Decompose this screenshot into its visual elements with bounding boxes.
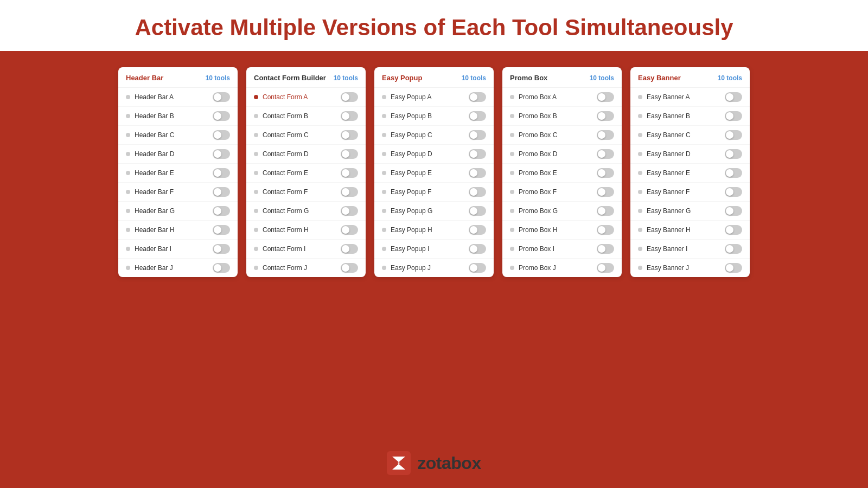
item-status-dot xyxy=(254,133,258,137)
item-label: Easy Banner G xyxy=(647,207,691,215)
toggle-switch[interactable] xyxy=(597,244,614,254)
toggle-switch[interactable] xyxy=(725,130,742,140)
item-status-dot xyxy=(126,209,130,213)
toggle-switch[interactable] xyxy=(341,206,358,216)
toggle-switch[interactable] xyxy=(597,130,614,140)
toggle-switch[interactable] xyxy=(597,168,614,178)
list-item: Easy Banner J xyxy=(630,259,750,277)
toggle-switch[interactable] xyxy=(213,225,230,235)
item-status-dot xyxy=(126,133,130,137)
toggle-switch[interactable] xyxy=(213,111,230,121)
toggle-switch[interactable] xyxy=(725,187,742,197)
toggle-switch[interactable] xyxy=(725,168,742,178)
item-label: Easy Banner A xyxy=(647,93,690,101)
toggle-switch[interactable] xyxy=(213,168,230,178)
toggle-switch[interactable] xyxy=(469,263,486,273)
toggle-switch[interactable] xyxy=(213,263,230,273)
toggle-switch[interactable] xyxy=(597,263,614,273)
toggle-switch[interactable] xyxy=(725,206,742,216)
list-item: Contact Form I xyxy=(246,240,366,259)
item-status-dot xyxy=(638,228,642,232)
toggle-switch[interactable] xyxy=(725,149,742,159)
list-item: Header Bar G xyxy=(118,202,238,221)
list-item: Promo Box H xyxy=(502,221,622,240)
toggle-switch[interactable] xyxy=(341,149,358,159)
item-label: Header Bar I xyxy=(135,245,171,253)
toggle-switch[interactable] xyxy=(725,263,742,273)
list-item: Easy Popup C xyxy=(374,126,494,145)
item-label: Contact Form D xyxy=(263,150,309,158)
toggle-switch[interactable] xyxy=(213,244,230,254)
toggle-switch[interactable] xyxy=(725,244,742,254)
item-label: Contact Form E xyxy=(263,169,308,177)
toggle-switch[interactable] xyxy=(725,92,742,102)
item-status-dot xyxy=(382,190,386,194)
item-status-dot xyxy=(126,95,130,99)
item-status-dot xyxy=(254,209,258,213)
item-label: Easy Banner C xyxy=(647,131,691,139)
toggle-switch[interactable] xyxy=(213,92,230,102)
item-label: Easy Banner F xyxy=(647,188,690,196)
toggle-switch[interactable] xyxy=(469,168,486,178)
list-item: Contact Form G xyxy=(246,202,366,221)
zotabox-logo-icon xyxy=(387,451,411,475)
list-item: Easy Popup A xyxy=(374,88,494,107)
toggle-switch[interactable] xyxy=(469,130,486,140)
item-status-dot xyxy=(510,266,514,270)
list-item: Promo Box C xyxy=(502,126,622,145)
toggle-switch[interactable] xyxy=(597,111,614,121)
toggle-switch[interactable] xyxy=(341,130,358,140)
item-label: Easy Popup H xyxy=(391,226,432,234)
item-status-dot xyxy=(254,95,258,99)
card-header-easy-popup: Easy Popup10 tools xyxy=(374,67,494,88)
toggle-switch[interactable] xyxy=(213,130,230,140)
item-label: Contact Form J xyxy=(263,264,307,272)
item-status-dot xyxy=(126,190,130,194)
toggle-switch[interactable] xyxy=(597,187,614,197)
toggle-switch[interactable] xyxy=(725,225,742,235)
toggle-switch[interactable] xyxy=(213,206,230,216)
item-label: Easy Banner D xyxy=(647,150,691,158)
toggle-switch[interactable] xyxy=(341,263,358,273)
list-item: Easy Popup H xyxy=(374,221,494,240)
card-easy-banner: Easy Banner10 toolsEasy Banner AEasy Ban… xyxy=(630,67,750,277)
card-title-header-bar: Header Bar xyxy=(126,74,163,82)
toggle-switch[interactable] xyxy=(469,206,486,216)
toggle-switch[interactable] xyxy=(341,111,358,121)
toggle-switch[interactable] xyxy=(469,225,486,235)
toggle-switch[interactable] xyxy=(213,149,230,159)
toggle-switch[interactable] xyxy=(469,187,486,197)
item-status-dot xyxy=(126,171,130,175)
card-count-easy-banner: 10 tools xyxy=(718,74,742,82)
toggle-switch[interactable] xyxy=(341,92,358,102)
card-title-easy-banner: Easy Banner xyxy=(638,74,681,82)
item-status-dot xyxy=(382,209,386,213)
toggle-switch[interactable] xyxy=(341,168,358,178)
toggle-switch[interactable] xyxy=(213,187,230,197)
toggle-switch[interactable] xyxy=(725,111,742,121)
item-label: Promo Box J xyxy=(519,264,556,272)
red-section: Header Bar10 toolsHeader Bar AHeader Bar… xyxy=(0,51,868,488)
list-item: Header Bar C xyxy=(118,126,238,145)
toggle-switch[interactable] xyxy=(469,244,486,254)
toggle-switch[interactable] xyxy=(341,244,358,254)
toggle-switch[interactable] xyxy=(469,111,486,121)
item-label: Easy Popup I xyxy=(391,245,429,253)
list-item: Easy Popup D xyxy=(374,145,494,164)
item-status-dot xyxy=(638,266,642,270)
toggle-switch[interactable] xyxy=(341,225,358,235)
toggle-switch[interactable] xyxy=(469,149,486,159)
item-status-dot xyxy=(638,152,642,156)
toggle-switch[interactable] xyxy=(597,92,614,102)
item-label: Contact Form I xyxy=(263,245,305,253)
item-status-dot xyxy=(510,228,514,232)
toggle-switch[interactable] xyxy=(597,206,614,216)
toggle-switch[interactable] xyxy=(597,225,614,235)
toggle-switch[interactable] xyxy=(469,92,486,102)
item-status-dot xyxy=(254,152,258,156)
toggle-switch[interactable] xyxy=(341,187,358,197)
item-status-dot xyxy=(638,133,642,137)
item-label: Promo Box F xyxy=(519,188,557,196)
item-status-dot xyxy=(510,171,514,175)
toggle-switch[interactable] xyxy=(597,149,614,159)
